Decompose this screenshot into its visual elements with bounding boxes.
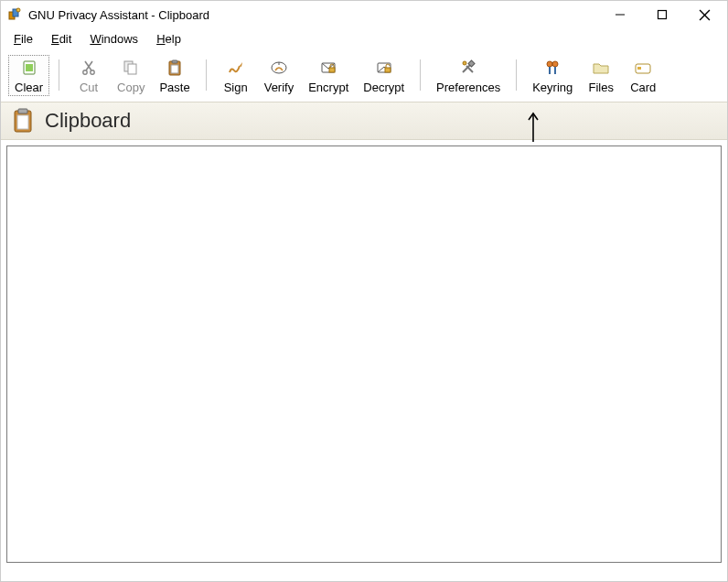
svg-rect-16 xyxy=(172,60,177,63)
copy-label: Copy xyxy=(117,81,145,93)
svg-line-12 xyxy=(85,61,91,70)
separator xyxy=(206,59,207,91)
files-button[interactable]: Files xyxy=(581,55,621,96)
svg-point-27 xyxy=(463,61,466,65)
clipboard-icon xyxy=(10,108,36,134)
copy-icon xyxy=(121,58,141,78)
svg-rect-21 xyxy=(329,68,335,72)
verify-button[interactable]: Verify xyxy=(258,55,301,96)
paste-label: Paste xyxy=(159,81,189,93)
close-button[interactable] xyxy=(683,1,725,28)
svg-rect-4 xyxy=(658,11,667,19)
svg-point-9 xyxy=(83,70,87,74)
window-controls xyxy=(599,1,725,28)
keyring-button[interactable]: Keyring xyxy=(526,55,579,96)
card-button[interactable]: Card xyxy=(623,55,663,96)
titlebar: GNU Privacy Assistant - Clipboard xyxy=(1,1,727,28)
encrypt-button[interactable]: Encrypt xyxy=(302,55,355,96)
separator xyxy=(59,59,59,91)
app-icon xyxy=(6,6,23,23)
minimize-button[interactable] xyxy=(599,1,641,28)
keyring-label: Keyring xyxy=(532,81,573,93)
folder-icon xyxy=(591,58,611,78)
cut-button[interactable]: Cut xyxy=(69,55,109,96)
menu-windows[interactable]: Windows xyxy=(82,30,145,48)
files-label: Files xyxy=(589,81,614,93)
preferences-button[interactable]: Preferences xyxy=(430,55,507,96)
svg-rect-14 xyxy=(128,64,136,74)
menu-edit[interactable]: Edit xyxy=(44,30,79,48)
svg-point-28 xyxy=(547,61,552,67)
svg-rect-30 xyxy=(549,67,551,74)
preferences-icon xyxy=(458,58,478,78)
svg-rect-23 xyxy=(385,68,391,72)
svg-rect-8 xyxy=(26,64,33,71)
verify-icon xyxy=(269,58,289,78)
verify-label: Verify xyxy=(264,81,294,93)
clear-button[interactable]: Clear xyxy=(8,55,49,96)
svg-point-2 xyxy=(16,8,20,12)
copy-button[interactable]: Copy xyxy=(111,55,151,96)
card-label: Card xyxy=(630,81,656,93)
svg-rect-31 xyxy=(554,67,556,74)
menubar: File Edit Windows Help xyxy=(1,28,727,51)
window-title: GNU Privacy Assistant - Clipboard xyxy=(28,8,599,22)
menu-help[interactable]: Help xyxy=(149,30,188,48)
maximize-button[interactable] xyxy=(641,1,683,28)
toolbar: Clear Cut Copy xyxy=(1,51,727,102)
card-icon xyxy=(633,58,653,78)
menu-file[interactable]: File xyxy=(6,30,40,48)
section-title: Clipboard xyxy=(45,109,131,133)
clear-icon xyxy=(19,58,39,78)
section-header: Clipboard xyxy=(1,102,727,140)
preferences-label: Preferences xyxy=(436,81,500,93)
decrypt-label: Decrypt xyxy=(363,81,404,93)
encrypt-icon xyxy=(318,58,338,78)
separator xyxy=(420,59,421,91)
decrypt-button[interactable]: Decrypt xyxy=(357,55,411,96)
paste-icon xyxy=(165,58,185,78)
separator xyxy=(516,59,517,91)
svg-rect-35 xyxy=(18,109,27,113)
annotation-arrow xyxy=(526,111,541,146)
svg-line-11 xyxy=(86,61,92,70)
svg-rect-36 xyxy=(17,115,28,129)
content-area xyxy=(1,140,727,571)
sign-button[interactable]: Sign xyxy=(216,55,256,96)
clipboard-textarea[interactable] xyxy=(6,146,722,563)
sign-icon xyxy=(226,58,246,78)
cut-label: Cut xyxy=(80,81,98,93)
scissors-icon xyxy=(79,58,99,78)
svg-point-10 xyxy=(91,70,94,74)
sign-label: Sign xyxy=(224,81,248,93)
encrypt-label: Encrypt xyxy=(308,81,348,93)
clear-label: Clear xyxy=(15,81,43,93)
svg-rect-17 xyxy=(171,65,178,73)
decrypt-icon xyxy=(374,58,394,78)
svg-point-29 xyxy=(552,61,558,67)
paste-button[interactable]: Paste xyxy=(153,55,196,96)
svg-rect-33 xyxy=(637,67,641,70)
keyring-icon xyxy=(542,58,562,78)
